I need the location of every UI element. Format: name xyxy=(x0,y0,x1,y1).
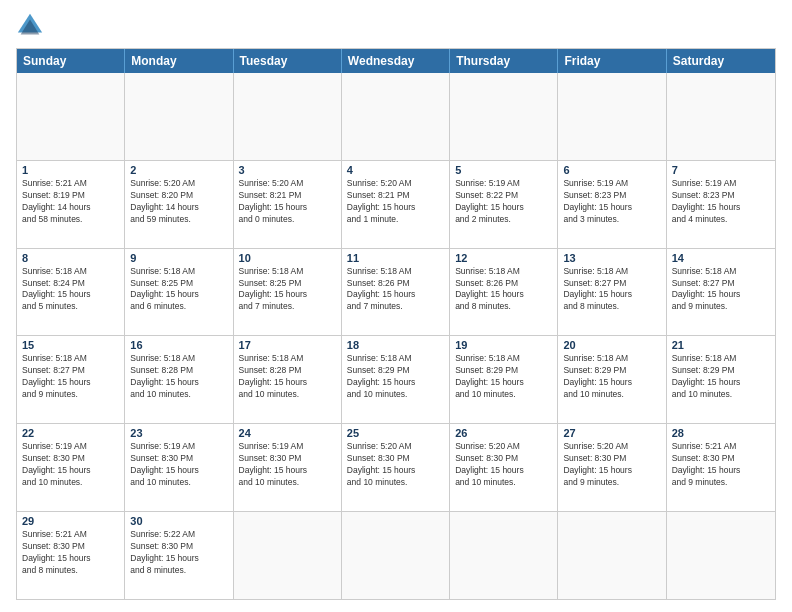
cell-info: Sunrise: 5:21 AMSunset: 8:30 PMDaylight:… xyxy=(672,441,770,489)
calendar-header: SundayMondayTuesdayWednesdayThursdayFrid… xyxy=(17,49,775,73)
day-number: 5 xyxy=(455,164,552,176)
cell-info: Sunrise: 5:18 AMSunset: 8:26 PMDaylight:… xyxy=(455,266,552,314)
cell-info: Sunrise: 5:18 AMSunset: 8:27 PMDaylight:… xyxy=(563,266,660,314)
cell-info: Sunrise: 5:21 AMSunset: 8:19 PMDaylight:… xyxy=(22,178,119,226)
day-number: 3 xyxy=(239,164,336,176)
cell-info: Sunrise: 5:20 AMSunset: 8:21 PMDaylight:… xyxy=(347,178,444,226)
cal-row-5: 29Sunrise: 5:21 AMSunset: 8:30 PMDayligh… xyxy=(17,511,775,599)
cal-cell: 1Sunrise: 5:21 AMSunset: 8:19 PMDaylight… xyxy=(17,161,125,248)
cell-info: Sunrise: 5:18 AMSunset: 8:27 PMDaylight:… xyxy=(22,353,119,401)
cell-info: Sunrise: 5:18 AMSunset: 8:27 PMDaylight:… xyxy=(672,266,770,314)
day-number: 28 xyxy=(672,427,770,439)
day-number: 4 xyxy=(347,164,444,176)
day-number: 25 xyxy=(347,427,444,439)
cal-cell xyxy=(342,73,450,160)
day-number: 9 xyxy=(130,252,227,264)
cal-cell: 12Sunrise: 5:18 AMSunset: 8:26 PMDayligh… xyxy=(450,249,558,336)
cal-cell xyxy=(667,73,775,160)
cal-cell: 3Sunrise: 5:20 AMSunset: 8:21 PMDaylight… xyxy=(234,161,342,248)
cal-header-friday: Friday xyxy=(558,49,666,73)
cal-cell xyxy=(667,512,775,599)
cell-info: Sunrise: 5:18 AMSunset: 8:28 PMDaylight:… xyxy=(130,353,227,401)
cal-cell: 16Sunrise: 5:18 AMSunset: 8:28 PMDayligh… xyxy=(125,336,233,423)
cal-header-monday: Monday xyxy=(125,49,233,73)
cal-cell xyxy=(234,73,342,160)
cal-cell: 30Sunrise: 5:22 AMSunset: 8:30 PMDayligh… xyxy=(125,512,233,599)
day-number: 30 xyxy=(130,515,227,527)
cal-cell: 27Sunrise: 5:20 AMSunset: 8:30 PMDayligh… xyxy=(558,424,666,511)
day-number: 18 xyxy=(347,339,444,351)
cal-cell: 18Sunrise: 5:18 AMSunset: 8:29 PMDayligh… xyxy=(342,336,450,423)
calendar: SundayMondayTuesdayWednesdayThursdayFrid… xyxy=(16,48,776,600)
cell-info: Sunrise: 5:18 AMSunset: 8:25 PMDaylight:… xyxy=(239,266,336,314)
calendar-body: 1Sunrise: 5:21 AMSunset: 8:19 PMDaylight… xyxy=(17,73,775,599)
cal-cell: 10Sunrise: 5:18 AMSunset: 8:25 PMDayligh… xyxy=(234,249,342,336)
day-number: 16 xyxy=(130,339,227,351)
cell-info: Sunrise: 5:20 AMSunset: 8:21 PMDaylight:… xyxy=(239,178,336,226)
cal-header-saturday: Saturday xyxy=(667,49,775,73)
day-number: 13 xyxy=(563,252,660,264)
cal-cell: 2Sunrise: 5:20 AMSunset: 8:20 PMDaylight… xyxy=(125,161,233,248)
cell-info: Sunrise: 5:18 AMSunset: 8:24 PMDaylight:… xyxy=(22,266,119,314)
cal-cell xyxy=(17,73,125,160)
day-number: 27 xyxy=(563,427,660,439)
cell-info: Sunrise: 5:19 AMSunset: 8:30 PMDaylight:… xyxy=(130,441,227,489)
logo xyxy=(16,12,48,40)
cell-info: Sunrise: 5:19 AMSunset: 8:23 PMDaylight:… xyxy=(563,178,660,226)
header xyxy=(16,12,776,40)
page: SundayMondayTuesdayWednesdayThursdayFrid… xyxy=(0,0,792,612)
day-number: 23 xyxy=(130,427,227,439)
cell-info: Sunrise: 5:18 AMSunset: 8:29 PMDaylight:… xyxy=(672,353,770,401)
day-number: 6 xyxy=(563,164,660,176)
cell-info: Sunrise: 5:18 AMSunset: 8:29 PMDaylight:… xyxy=(347,353,444,401)
cal-cell xyxy=(558,512,666,599)
cal-row-0 xyxy=(17,73,775,160)
cell-info: Sunrise: 5:18 AMSunset: 8:25 PMDaylight:… xyxy=(130,266,227,314)
cal-cell: 9Sunrise: 5:18 AMSunset: 8:25 PMDaylight… xyxy=(125,249,233,336)
cal-cell: 24Sunrise: 5:19 AMSunset: 8:30 PMDayligh… xyxy=(234,424,342,511)
cell-info: Sunrise: 5:22 AMSunset: 8:30 PMDaylight:… xyxy=(130,529,227,577)
cal-cell: 8Sunrise: 5:18 AMSunset: 8:24 PMDaylight… xyxy=(17,249,125,336)
cal-cell: 28Sunrise: 5:21 AMSunset: 8:30 PMDayligh… xyxy=(667,424,775,511)
cal-cell xyxy=(342,512,450,599)
cal-cell: 26Sunrise: 5:20 AMSunset: 8:30 PMDayligh… xyxy=(450,424,558,511)
cell-info: Sunrise: 5:20 AMSunset: 8:20 PMDaylight:… xyxy=(130,178,227,226)
cal-cell: 23Sunrise: 5:19 AMSunset: 8:30 PMDayligh… xyxy=(125,424,233,511)
cal-cell: 14Sunrise: 5:18 AMSunset: 8:27 PMDayligh… xyxy=(667,249,775,336)
cell-info: Sunrise: 5:19 AMSunset: 8:30 PMDaylight:… xyxy=(22,441,119,489)
day-number: 7 xyxy=(672,164,770,176)
day-number: 26 xyxy=(455,427,552,439)
cal-cell: 4Sunrise: 5:20 AMSunset: 8:21 PMDaylight… xyxy=(342,161,450,248)
cell-info: Sunrise: 5:18 AMSunset: 8:26 PMDaylight:… xyxy=(347,266,444,314)
cal-cell: 13Sunrise: 5:18 AMSunset: 8:27 PMDayligh… xyxy=(558,249,666,336)
cal-cell: 7Sunrise: 5:19 AMSunset: 8:23 PMDaylight… xyxy=(667,161,775,248)
cal-cell: 15Sunrise: 5:18 AMSunset: 8:27 PMDayligh… xyxy=(17,336,125,423)
day-number: 29 xyxy=(22,515,119,527)
cal-header-tuesday: Tuesday xyxy=(234,49,342,73)
cell-info: Sunrise: 5:20 AMSunset: 8:30 PMDaylight:… xyxy=(563,441,660,489)
day-number: 11 xyxy=(347,252,444,264)
day-number: 24 xyxy=(239,427,336,439)
logo-icon xyxy=(16,12,44,40)
cal-cell: 25Sunrise: 5:20 AMSunset: 8:30 PMDayligh… xyxy=(342,424,450,511)
cal-cell xyxy=(558,73,666,160)
cal-cell: 29Sunrise: 5:21 AMSunset: 8:30 PMDayligh… xyxy=(17,512,125,599)
day-number: 8 xyxy=(22,252,119,264)
cal-cell xyxy=(450,512,558,599)
cell-info: Sunrise: 5:18 AMSunset: 8:29 PMDaylight:… xyxy=(563,353,660,401)
cal-row-1: 1Sunrise: 5:21 AMSunset: 8:19 PMDaylight… xyxy=(17,160,775,248)
cal-cell: 17Sunrise: 5:18 AMSunset: 8:28 PMDayligh… xyxy=(234,336,342,423)
cal-header-thursday: Thursday xyxy=(450,49,558,73)
cal-cell: 22Sunrise: 5:19 AMSunset: 8:30 PMDayligh… xyxy=(17,424,125,511)
cell-info: Sunrise: 5:19 AMSunset: 8:22 PMDaylight:… xyxy=(455,178,552,226)
day-number: 21 xyxy=(672,339,770,351)
cell-info: Sunrise: 5:18 AMSunset: 8:29 PMDaylight:… xyxy=(455,353,552,401)
cell-info: Sunrise: 5:19 AMSunset: 8:30 PMDaylight:… xyxy=(239,441,336,489)
cal-row-3: 15Sunrise: 5:18 AMSunset: 8:27 PMDayligh… xyxy=(17,335,775,423)
day-number: 15 xyxy=(22,339,119,351)
day-number: 20 xyxy=(563,339,660,351)
cal-cell xyxy=(234,512,342,599)
cell-info: Sunrise: 5:19 AMSunset: 8:23 PMDaylight:… xyxy=(672,178,770,226)
cell-info: Sunrise: 5:20 AMSunset: 8:30 PMDaylight:… xyxy=(455,441,552,489)
day-number: 14 xyxy=(672,252,770,264)
